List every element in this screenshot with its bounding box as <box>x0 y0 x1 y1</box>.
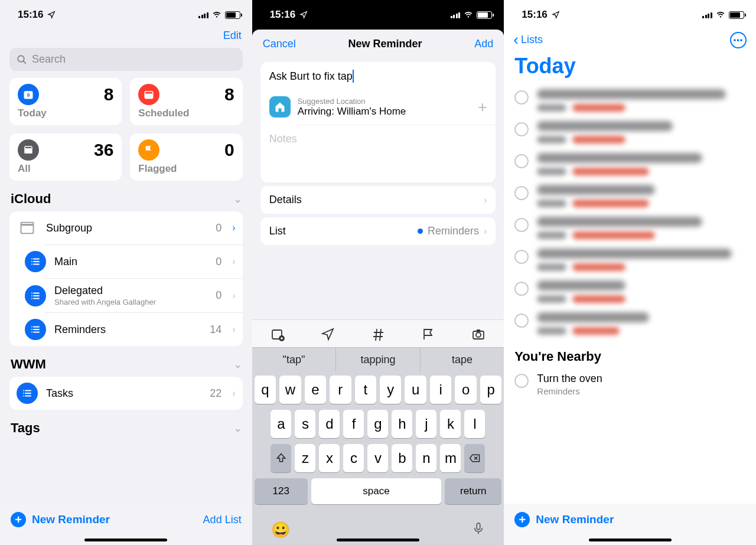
key-l[interactable]: l <box>464 410 485 438</box>
numbers-key[interactable]: 123 <box>255 478 308 504</box>
search-input[interactable]: Search <box>9 48 243 71</box>
list-main[interactable]: Main 0 › <box>9 245 243 278</box>
radio-unchecked-icon[interactable] <box>514 314 529 328</box>
key-m[interactable]: m <box>440 444 461 472</box>
plus-icon[interactable]: + <box>478 98 487 116</box>
todo-item-blurred[interactable] <box>504 244 756 276</box>
radio-unchecked-icon[interactable] <box>514 154 529 168</box>
suggested-location-row[interactable]: Suggested Location Arriving: William's H… <box>260 90 496 125</box>
card-flagged[interactable]: 0 Flagged <box>130 133 242 181</box>
todo-item-blurred[interactable] <box>504 276 756 308</box>
suggestion-3[interactable]: tape <box>420 348 504 372</box>
section-tags[interactable]: Tags ⌄ <box>0 410 252 440</box>
key-f[interactable]: f <box>343 410 364 438</box>
suggestion-1[interactable]: "tap" <box>252 348 336 372</box>
more-button[interactable]: ••• <box>730 32 747 48</box>
svg-rect-7 <box>21 223 34 226</box>
radio-unchecked-icon[interactable] <box>514 122 529 136</box>
key-h[interactable]: h <box>392 410 412 438</box>
list-delegated[interactable]: Delegated Shared with Angela Gallagher 0… <box>9 279 243 312</box>
edit-button[interactable]: Edit <box>223 30 242 41</box>
todo-item-blurred[interactable] <box>504 180 756 212</box>
section-wwm[interactable]: WWM ⌄ <box>0 346 252 377</box>
details-button[interactable]: Details › <box>260 186 496 214</box>
emoji-key[interactable]: 😀 <box>271 521 290 539</box>
todo-item-blurred[interactable] <box>504 212 756 244</box>
key-c[interactable]: c <box>343 444 364 472</box>
key-r[interactable]: r <box>330 376 351 404</box>
suggestion-2[interactable]: tapping <box>335 348 420 372</box>
key-k[interactable]: k <box>440 410 461 438</box>
back-button[interactable]: ‹ Lists <box>513 31 543 49</box>
radio-unchecked-icon[interactable] <box>514 90 529 105</box>
svg-rect-12 <box>477 523 481 530</box>
home-indicator[interactable] <box>589 539 672 541</box>
radio-unchecked-icon[interactable] <box>514 218 529 232</box>
key-j[interactable]: j <box>416 410 436 438</box>
key-x[interactable]: x <box>319 444 340 472</box>
key-t[interactable]: t <box>355 376 376 404</box>
key-z[interactable]: z <box>295 444 315 472</box>
list-subgroup[interactable]: Subgroup 0 › <box>9 211 243 244</box>
key-e[interactable]: e <box>305 376 326 404</box>
todo-item-blurred[interactable] <box>504 116 756 148</box>
todo-item-blurred[interactable] <box>504 308 756 340</box>
calendar-icon <box>138 84 159 105</box>
list-tasks[interactable]: Tasks 22 › <box>9 377 243 410</box>
key-w[interactable]: w <box>279 376 301 404</box>
key-u[interactable]: u <box>405 376 426 404</box>
cancel-button[interactable]: Cancel <box>263 38 296 50</box>
svg-point-0 <box>18 56 24 62</box>
chevron-down-icon: ⌄ <box>234 359 242 370</box>
radio-unchecked-icon[interactable] <box>514 250 529 264</box>
key-i[interactable]: i <box>430 376 451 404</box>
list-icon <box>25 285 46 306</box>
home-indicator[interactable] <box>84 539 167 541</box>
nearby-item[interactable]: Turn the oven Reminders <box>504 368 756 401</box>
card-all[interactable]: 36 All <box>9 133 122 181</box>
key-q[interactable]: q <box>255 376 276 404</box>
card-scheduled[interactable]: 8 Scheduled <box>130 78 242 125</box>
tray-icon <box>18 139 39 161</box>
home-indicator[interactable] <box>337 539 419 541</box>
hashtag-icon[interactable] <box>371 327 385 341</box>
add-list-button[interactable]: Add List <box>203 514 242 526</box>
key-g[interactable]: g <box>367 410 388 438</box>
radio-unchecked-icon[interactable] <box>514 282 529 296</box>
todo-item-blurred[interactable] <box>504 148 756 180</box>
location-icon <box>47 11 56 19</box>
new-reminder-button[interactable]: + New Reminder <box>11 512 110 527</box>
add-button[interactable]: Add <box>474 38 493 50</box>
search-icon <box>17 54 27 65</box>
radio-unchecked-icon[interactable] <box>514 374 529 388</box>
key-o[interactable]: o <box>455 376 476 404</box>
return-key[interactable]: return <box>445 478 501 504</box>
key-d[interactable]: d <box>319 410 340 438</box>
card-today[interactable]: 9 8 Today <box>9 78 122 125</box>
key-a[interactable]: a <box>271 410 291 438</box>
key-s[interactable]: s <box>295 410 315 438</box>
key-p[interactable]: p <box>480 376 501 404</box>
chevron-right-icon: › <box>484 226 487 237</box>
backspace-key[interactable] <box>464 444 485 472</box>
key-n[interactable]: n <box>416 444 436 472</box>
key-b[interactable]: b <box>392 444 412 472</box>
shift-key[interactable] <box>271 444 291 472</box>
key-v[interactable]: v <box>367 444 388 472</box>
camera-icon[interactable] <box>471 327 486 341</box>
location-arrow-icon[interactable] <box>321 327 335 341</box>
dictation-key[interactable] <box>472 521 485 539</box>
reminder-title-input[interactable]: Ask Burt to fix tap <box>260 62 496 90</box>
nearby-header: You're Nearby <box>504 340 756 368</box>
list-selector[interactable]: List Reminders › <box>260 217 496 245</box>
calendar-add-icon[interactable] <box>270 327 285 341</box>
list-reminders[interactable]: Reminders 14 › <box>9 313 243 346</box>
todo-item-blurred[interactable] <box>504 84 756 116</box>
section-icloud[interactable]: iCloud ⌄ <box>0 181 252 211</box>
new-reminder-button[interactable]: + New Reminder <box>514 512 614 527</box>
notes-input[interactable]: Notes <box>260 125 496 153</box>
flag-outline-icon[interactable] <box>421 327 435 341</box>
space-key[interactable]: space <box>311 478 442 504</box>
key-y[interactable]: y <box>380 376 401 404</box>
radio-unchecked-icon[interactable] <box>514 186 529 200</box>
